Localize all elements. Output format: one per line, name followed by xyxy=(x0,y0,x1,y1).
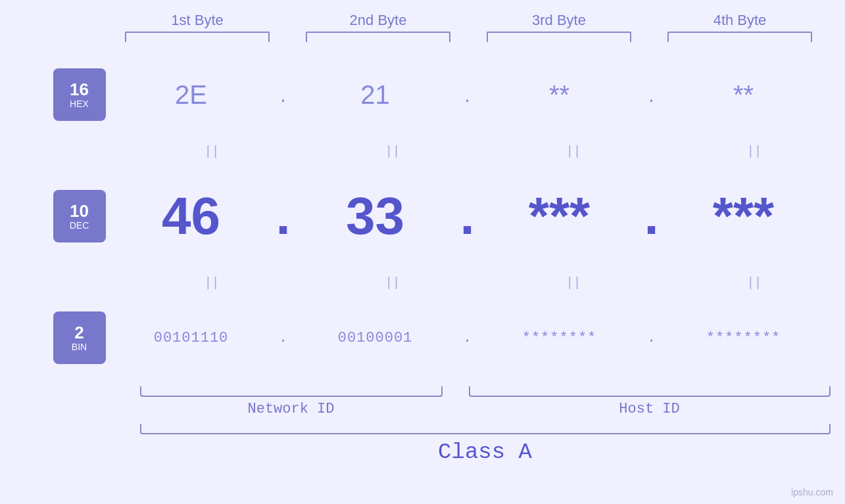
sep-2-3: || xyxy=(496,275,654,290)
sep-2-1: || xyxy=(135,275,293,290)
hex-dot-2: . xyxy=(454,83,481,107)
bin-value-2: 00100001 xyxy=(338,330,413,346)
sep-1-4: || xyxy=(677,143,835,158)
bin-byte-1: 00101110 xyxy=(112,330,270,346)
host-id-label: Host ID xyxy=(469,401,831,417)
bin-badge-number: 2 xyxy=(74,323,84,342)
sep-1-1: || xyxy=(135,143,293,158)
dec-byte-3: *** xyxy=(481,186,639,246)
dec-byte-1: 46 xyxy=(112,186,270,246)
dec-values: 46 . 33 . *** . *** xyxy=(112,186,823,246)
byte-header-1: 1st Byte xyxy=(118,12,276,29)
dec-value-4: *** xyxy=(713,186,774,246)
dec-badge-number: 10 xyxy=(70,202,89,221)
bin-byte-4: ******** xyxy=(665,330,823,346)
top-bracket-row xyxy=(107,32,831,42)
hex-badge-number: 16 xyxy=(70,80,89,99)
dec-value-3: *** xyxy=(529,186,590,246)
hex-byte-4: ** xyxy=(665,80,823,110)
sep-1-2: || xyxy=(316,143,473,158)
bottom-bracket-row xyxy=(140,386,831,397)
bin-byte-2: 00100001 xyxy=(297,330,454,346)
sep-row-2: || || || || xyxy=(124,272,846,292)
hex-byte-1: 2E xyxy=(112,80,270,110)
class-bracket xyxy=(140,424,831,434)
bin-value-4: ******** xyxy=(706,330,781,346)
hex-byte-3: ** xyxy=(481,80,639,110)
network-bracket xyxy=(140,386,443,397)
bin-dot-3: . xyxy=(639,330,665,346)
bin-badge: 2 BIN xyxy=(53,311,106,364)
byte-header-4: 4th Byte xyxy=(661,12,819,29)
host-bracket xyxy=(469,386,831,397)
hex-dot-1: . xyxy=(270,83,297,107)
bin-values: 00101110 . 00100001 . ******** . *******… xyxy=(112,330,823,346)
id-labels-row: Network ID Host ID xyxy=(140,401,831,417)
hex-value-4: ** xyxy=(733,80,754,110)
watermark: ipshu.com xyxy=(791,487,833,497)
hex-values: 2E . 21 . ** . ** xyxy=(112,80,823,110)
hex-value-2: 21 xyxy=(360,80,390,110)
dec-dot-1: . xyxy=(270,190,297,242)
hex-byte-2: 21 xyxy=(297,80,454,110)
dec-byte-2: 33 xyxy=(297,186,454,246)
bin-value-3: ******** xyxy=(522,330,597,346)
hex-dot-3: . xyxy=(639,83,665,107)
byte-header-3: 3rd Byte xyxy=(480,12,638,29)
bin-dot-1: . xyxy=(270,330,297,346)
hex-value-3: ** xyxy=(549,80,569,110)
bin-dot-2: . xyxy=(454,330,481,346)
hex-badge-label: HEX xyxy=(70,99,89,109)
dec-value-1: 46 xyxy=(162,186,220,246)
byte-header-2: 2nd Byte xyxy=(299,12,457,29)
bin-row: 2 BIN 00101110 . 00100001 . ******** . xyxy=(23,292,823,384)
dec-dot-2: . xyxy=(454,190,481,242)
dec-badge-label: DEC xyxy=(70,220,89,231)
byte-headers-row: 1st Byte 2nd Byte 3rd Byte 4th Byte xyxy=(107,12,831,29)
bracket-2 xyxy=(306,32,450,42)
sep-1-3: || xyxy=(496,143,654,158)
sep-2-2: || xyxy=(316,275,473,290)
dec-value-2: 33 xyxy=(346,186,404,246)
network-id-label: Network ID xyxy=(140,401,443,417)
sep-row-1: || || || || xyxy=(124,141,846,160)
dec-badge: 10 DEC xyxy=(53,190,106,242)
bracket-4 xyxy=(667,32,812,42)
hex-row: 16 HEX 2E . 21 . ** . ** xyxy=(23,49,823,141)
class-label: Class A xyxy=(140,440,831,465)
bin-byte-3: ******** xyxy=(481,330,639,346)
dec-dot-3: . xyxy=(639,190,665,242)
bin-badge-label: BIN xyxy=(72,342,87,352)
main-container: 1st Byte 2nd Byte 3rd Byte 4th Byte 16 H… xyxy=(0,0,845,504)
bin-value-1: 00101110 xyxy=(154,330,229,346)
hex-badge: 16 HEX xyxy=(53,68,106,121)
hex-value-1: 2E xyxy=(175,80,207,110)
bracket-1 xyxy=(125,32,270,42)
bracket-3 xyxy=(487,32,631,42)
class-section: Class A xyxy=(140,424,831,465)
sep-2-4: || xyxy=(677,275,835,290)
dec-byte-4: *** xyxy=(665,186,823,246)
dec-row: 10 DEC 46 . 33 . *** . *** xyxy=(23,160,823,272)
